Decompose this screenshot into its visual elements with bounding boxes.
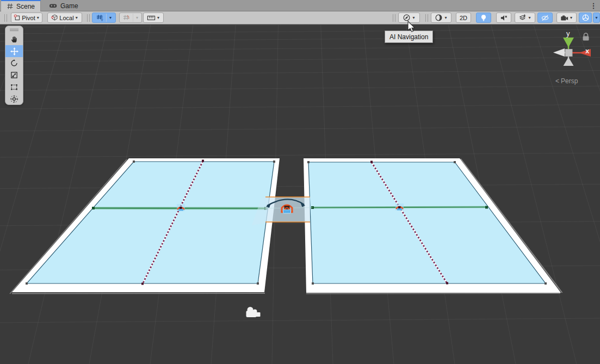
palette-drag-handle[interactable] [5,26,23,33]
vertex-dot [545,282,547,285]
neg-y-axis-cone[interactable] [564,57,574,66]
vertex-dot [307,161,310,163]
camera-icon [560,14,568,22]
rect-tool-icon [10,83,18,91]
chevron-down-icon: ▾ [36,16,40,20]
toolbar-separator [425,14,428,22]
projection-chevron[interactable]: < [555,77,559,85]
ai-navigation-overlay-button[interactable]: ▾ [398,13,420,23]
2d-label: 2D [460,15,467,21]
link-edge-end-dot [202,160,204,162]
lightbulb-icon [480,14,487,22]
chevron-down-icon: ▾ [444,16,447,20]
tab-bar: Scene Game ⋮ [0,0,600,11]
tooltip: AI Navigation [385,30,433,43]
link-edge-end-dot [141,283,144,285]
chevron-down-icon: ▾ [157,16,160,20]
vertex-dot [133,161,135,163]
hand-icon [10,35,18,44]
pivot-icon [14,14,21,21]
scene-toolbar: Pivot ▾ Local ▾ Y ▾ [0,11,600,24]
chevron-down-icon: ▾ [75,16,78,20]
projection-label[interactable]: Persp [561,77,578,85]
gamepad-icon [49,2,58,9]
shading-mode-dropdown[interactable]: ▾ [431,13,451,23]
table-edge-shadow [306,293,560,294]
grid-axis-icon: Y [96,14,104,22]
table-right-navmesh [308,162,546,283]
audio-toggle[interactable] [496,13,511,23]
chevron-down-icon: ▾ [595,16,598,20]
vertex-dot [312,282,314,285]
camera-gizmo-icon[interactable] [246,307,261,317]
camera-overlay-dropdown[interactable]: ▾ [556,13,577,23]
gizmo-center-cube[interactable] [565,50,572,57]
rotate-icon [10,59,18,67]
lighting-toggle[interactable] [476,13,491,23]
tab-game-label: Game [60,2,78,10]
grid-visibility-toggle[interactable]: Y ▾ [92,13,116,23]
tool-transform[interactable] [5,93,23,105]
tool-move[interactable] [5,45,23,57]
vertex-dot [26,282,28,285]
effects-stack-icon [518,14,527,22]
tab-game[interactable]: Game [44,0,84,11]
navmesh-link-mini-icon[interactable] [177,204,185,211]
split-divider [133,14,133,22]
transform-icon [10,95,18,103]
navmesh-link-mini-icon[interactable] [395,203,404,211]
table-edge-shadow [12,293,265,294]
tab-more-menu-icon[interactable]: ⋮ [589,0,598,11]
scale-icon [10,71,18,79]
local-dropdown[interactable]: Local ▾ [47,13,82,23]
tab-scene[interactable]: Scene [1,0,41,11]
snap-to-grid-button[interactable]: ▾ [119,13,142,23]
link-endpoint-marker [485,206,488,209]
compass-icon [403,14,411,22]
audio-muted-icon [500,14,508,22]
hidden-objects-toggle[interactable] [537,13,553,23]
perspective-grid [0,24,600,364]
toolbar-separator [87,14,90,22]
link-edge-end-dot [370,161,373,163]
x-axis-label: x [585,47,590,55]
gizmos-toggle[interactable] [579,13,592,23]
tool-rotate[interactable] [5,57,23,69]
shaded-sphere-icon [435,14,443,22]
split-divider [106,14,107,22]
pivot-dropdown[interactable]: Pivot ▾ [11,13,42,23]
eye-slash-icon [541,14,549,22]
snap-grid-icon [122,14,131,22]
scene-viewport[interactable]: y x < Persp [0,24,600,364]
tool-hand[interactable] [5,33,23,45]
vertex-dot [257,282,259,285]
table-right[interactable] [304,158,561,293]
vertex-dot [273,161,275,163]
chevron-down-icon: ▾ [135,16,139,20]
ruler-icon [147,14,156,22]
tool-rect[interactable] [5,81,23,93]
link-edge-end-dot [446,282,448,285]
z-axis-cone[interactable] [553,48,565,57]
chevron-down-icon[interactable]: ▾ [109,16,112,20]
tooltip-text: AI Navigation [389,33,428,41]
scene-canvas: y x < Persp [0,24,600,364]
navmesh-link-selected[interactable] [252,197,313,225]
toolbar-drag-handle[interactable] [4,14,7,22]
snap-increment-dropdown[interactable]: ▾ [143,13,164,23]
y-axis-label: y [566,29,570,38]
tab-scene-label: Scene [16,3,35,10]
y-axis-cone[interactable] [563,38,574,47]
move-icon [10,47,19,56]
link-endpoint-marker [92,207,95,209]
scene-grid-icon [7,3,14,10]
table-left-navmesh [27,162,274,283]
gizmos-dropdown[interactable]: ▾ [593,13,600,23]
chevron-down-icon: ▾ [528,16,531,20]
lock-icon[interactable] [583,33,589,41]
unity-scene-view-window: Scene Game ⋮ Pivot ▾ [0,0,600,364]
effects-dropdown[interactable]: ▾ [515,13,535,23]
toolbar-separator [393,14,395,22]
2d-toggle[interactable]: 2D [456,13,471,23]
tool-scale[interactable] [5,69,23,81]
